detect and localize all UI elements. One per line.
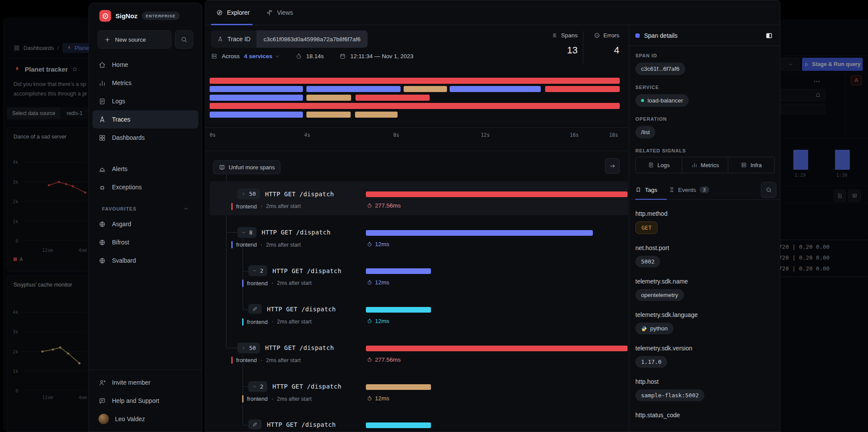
globe-icon <box>99 239 106 246</box>
minimap-span-bar[interactable] <box>404 86 447 92</box>
span-row[interactable]: HTTP GET /dispatch12msfrontend·2ms after… <box>205 300 629 334</box>
span-row[interactable]: 50HTTP GET /dispatch277.56msfrontend·2ms… <box>205 184 629 219</box>
favourites-header: FAVOURITES <box>92 196 198 215</box>
span-duration-bar[interactable] <box>366 307 431 313</box>
minimap-span-bar[interactable] <box>355 95 429 101</box>
minimap-span-bar[interactable] <box>210 86 303 92</box>
service-name: frontend <box>236 357 257 363</box>
span-offset: 2ms after start <box>266 203 301 209</box>
chevron-down-icon <box>252 384 257 389</box>
services-dropdown[interactable]: 4 services <box>244 53 279 59</box>
sidebar-item-alerts[interactable]: Alerts <box>92 160 198 178</box>
span-duration-bar[interactable] <box>366 191 628 197</box>
minimap-span-bar[interactable] <box>210 95 303 101</box>
span-title: HTTP GET /dispatch <box>267 421 336 428</box>
span-title: HTTP GET /dispatch <box>273 383 342 390</box>
span-duration-bar[interactable] <box>366 422 431 428</box>
minimap-span-bar[interactable] <box>306 112 351 118</box>
service-chip[interactable]: load-balancer <box>635 94 689 107</box>
tag-value-chip[interactable]: 1.17.0 <box>635 356 667 368</box>
span-row[interactable]: HTTP GET /dispatch12msfrontend·2ms after… <box>205 415 629 432</box>
expand-toggle-chip[interactable]: 50 <box>237 343 260 353</box>
tag-value-chip[interactable]: GET <box>635 221 658 234</box>
span-id-chip[interactable]: c3c61f...6f7af6 <box>635 63 685 75</box>
screen: Dashboards / Planet tra Planet tracker D… <box>0 0 868 432</box>
span-row[interactable]: 50HTTP GET /dispatch277.56msfrontend·2ms… <box>205 338 629 373</box>
minimap-span-bar[interactable] <box>210 103 620 109</box>
minimap-span-bar[interactable] <box>306 86 401 92</box>
sidebar-item-home[interactable]: Home <box>92 56 198 74</box>
trace-id-label: Trace ID <box>211 30 256 48</box>
sidebar-item-asgard[interactable]: Asgard <box>92 215 198 233</box>
scroll-right-button[interactable] <box>605 158 620 174</box>
tags-search-button[interactable] <box>761 182 776 198</box>
sidebar-item-logs[interactable]: Logs <box>92 92 198 110</box>
span-duration-bar[interactable] <box>366 346 628 351</box>
trace-id-value[interactable]: c3c61f0863d0a45998a72a7b8f6f7af6 <box>256 30 368 48</box>
span-offset: 2ms after start <box>277 319 312 325</box>
tag-value-chip[interactable]: python <box>635 323 674 334</box>
minimap-span-bar[interactable] <box>545 86 620 92</box>
minimap-span-bar[interactable] <box>355 112 397 118</box>
minimap-span-bar[interactable] <box>450 86 541 92</box>
related-logs-button[interactable]: Logs <box>636 157 682 173</box>
span-duration: 12ms <box>367 241 389 247</box>
expand-toggle-chip[interactable]: 8 <box>237 227 256 238</box>
user-menu[interactable]: Leo Valdez <box>92 410 198 428</box>
signpost-icon <box>266 9 273 16</box>
span-duration: 277.56ms <box>367 356 401 363</box>
server-icon <box>741 162 747 168</box>
related-metrics-button[interactable]: Metrics <box>682 157 728 173</box>
span-title: HTTP GET /dispatch <box>265 344 334 351</box>
minimap-span-bar[interactable] <box>210 112 303 118</box>
sidebar-item-traces[interactable]: Traces <box>92 110 198 129</box>
tag-value-chip[interactable]: sample-flask:5002 <box>635 389 704 401</box>
sidebar-item-dashboards[interactable]: Dashboards <box>92 129 198 147</box>
sidebar-item-metrics[interactable]: Metrics <box>92 74 198 92</box>
span-title: HTTP GET /dispatch <box>262 229 331 236</box>
home-icon <box>99 61 106 69</box>
tab-explorer[interactable]: Explorer <box>211 0 255 25</box>
service-color-accent <box>242 280 243 287</box>
tag-value-chip[interactable]: 5002 <box>635 256 660 267</box>
span-duration: 12ms <box>367 395 389 402</box>
span-row[interactable]: 2HTTP GET /dispatch12msfrontend·2ms afte… <box>205 261 629 296</box>
span-row[interactable]: 2HTTP GET /dispatch12msfrontend·2ms afte… <box>205 377 629 412</box>
events-count-badge: 3 <box>700 186 709 193</box>
invite-member-button[interactable]: Invite member <box>92 373 198 392</box>
span-row[interactable]: 8HTTP GET /dispatch12msfrontend·2ms afte… <box>205 223 629 257</box>
sidebar-item-exceptions[interactable]: Exceptions <box>92 178 198 196</box>
related-signals-buttons: Logs Metrics Infra <box>635 157 775 173</box>
tab-tags[interactable]: Tags <box>635 180 658 199</box>
span-duration-bar[interactable] <box>366 268 431 274</box>
expand-toggle-chip[interactable]: 2 <box>248 381 267 392</box>
expand-toggle-chip[interactable]: 2 <box>248 265 267 276</box>
sad-face-icon <box>594 32 600 39</box>
sidebar-item-svalbard[interactable]: Svalbard <box>92 251 198 270</box>
new-source-button[interactable]: New source <box>98 30 171 49</box>
span-duration-bar[interactable] <box>366 230 593 236</box>
help-support-button[interactable]: Help and Support <box>92 392 198 410</box>
minimap-span-bar[interactable] <box>306 95 351 101</box>
collapse-panel-icon[interactable] <box>763 30 775 41</box>
traces-compass-icon <box>99 116 106 123</box>
unfurl-more-spans-button[interactable]: Unfurl more spans <box>213 160 280 174</box>
trace-minimap <box>210 78 620 119</box>
tab-views[interactable]: Views <box>261 0 298 25</box>
expand-toggle-chip[interactable]: 50 <box>237 188 260 199</box>
chevron-down-icon <box>241 230 246 235</box>
trace-meta-row: Across 4 services 18.14s 12:11:34 — Nov … <box>211 53 413 59</box>
avatar <box>99 414 109 424</box>
minimap-span-bar[interactable] <box>210 78 620 84</box>
service-color-accent <box>231 203 233 210</box>
sidebar-search-button[interactable] <box>175 30 193 49</box>
operation-chip[interactable]: /list <box>635 126 655 139</box>
span-duration-bar[interactable] <box>366 384 431 390</box>
chevron-up-icon[interactable] <box>183 206 189 211</box>
tab-events[interactable]: Events 3 <box>669 180 709 199</box>
related-infra-button[interactable]: Infra <box>728 157 774 173</box>
python-logo-icon <box>641 326 647 332</box>
sidebar-item-bifrost[interactable]: Bifrost <box>92 233 198 251</box>
service-name: frontend <box>236 203 257 210</box>
tag-value-chip[interactable]: opentelemetry <box>635 289 684 301</box>
